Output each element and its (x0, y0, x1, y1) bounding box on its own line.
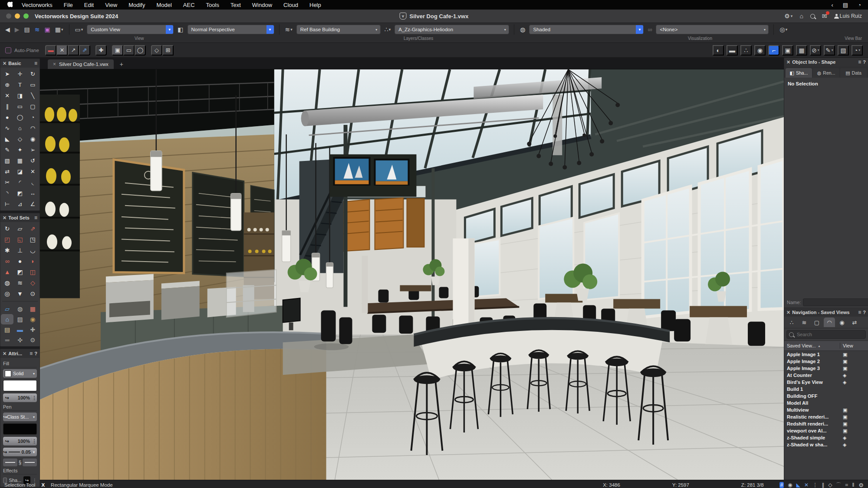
tool-button[interactable]: ↻ (26, 69, 39, 79)
document-settings-icon[interactable]: ▦▾ (54, 26, 64, 33)
shadow-options-icon[interactable]: ⋮ (33, 478, 37, 483)
settings-gear-menu[interactable]: ⚙▾ (784, 13, 792, 20)
projection-dropdown[interactable]: Normal Perspective▼ (187, 25, 274, 34)
tool-button[interactable]: ◣ (1, 134, 13, 144)
start-marker-dropdown[interactable] (3, 459, 17, 466)
mode-button[interactable]: ✎ (824, 45, 835, 56)
tool-button[interactable]: ◗ (26, 255, 39, 266)
tool-button[interactable]: ⊿ (13, 199, 26, 210)
tool-set-button[interactable]: ⚙ (26, 335, 39, 345)
tool-button[interactable]: ◡ (26, 245, 39, 255)
tool-set-button[interactable]: ▤ (1, 324, 13, 335)
help-icon[interactable]: ? (863, 59, 866, 65)
mode-button[interactable]: ▭ (123, 45, 135, 56)
fill-style-dropdown[interactable]: Solid ▾ (3, 369, 37, 378)
tool-button[interactable]: ✕ (1, 90, 13, 101)
tool-button[interactable]: ◳ (26, 234, 39, 245)
tool-button[interactable]: ∿ (1, 123, 13, 134)
tool-button[interactable]: ▢ (26, 101, 39, 112)
snap-toggle[interactable]: ◣ (796, 482, 800, 488)
tool-set-button[interactable]: ✜ (13, 335, 26, 345)
mode-button[interactable]: ◐ (713, 45, 724, 56)
snap-toggle[interactable]: # (779, 482, 784, 488)
tool-button[interactable]: ↺ (26, 155, 39, 166)
navigation-tab[interactable]: ◉ (836, 318, 848, 327)
tool-button[interactable]: ◪ (13, 166, 26, 177)
menu-item[interactable]: Edit (79, 2, 99, 8)
snap-toggle[interactable]: ◇ (828, 482, 832, 488)
tool-button[interactable]: ∠ (26, 199, 39, 210)
tool-button[interactable]: ◇ (13, 134, 26, 144)
saved-view-row[interactable]: z-Shaded w sha... ◈ (784, 441, 868, 448)
menu-item[interactable]: File (58, 2, 79, 8)
menu-item[interactable]: Cloud (278, 2, 304, 8)
home-icon[interactable]: ⌂ (799, 13, 803, 20)
tool-set-button[interactable]: ⌂ (1, 314, 13, 324)
saved-view-row[interactable]: Apple Image 1 ▣ (784, 351, 868, 358)
snap-toggle[interactable]: ✕ (804, 482, 809, 488)
tool-button[interactable]: ∥ (1, 101, 13, 112)
mode-button[interactable]: ▬ (45, 45, 56, 56)
tool-button[interactable]: ▼ (13, 288, 26, 299)
tool-set-button[interactable]: ▨ (13, 314, 26, 324)
close-window-button[interactable] (6, 13, 11, 19)
tool-set-button[interactable]: ═ (1, 335, 13, 345)
navigation-tab[interactable]: ∴ (786, 318, 797, 327)
tool-set-button[interactable]: ▦ (26, 304, 39, 314)
tool-set-button[interactable]: ▱ (1, 304, 13, 314)
projection-cube-icon[interactable]: ◧ (177, 26, 184, 33)
layers-quick-icon[interactable]: ≋ (34, 26, 41, 33)
tool-set-button[interactable]: ▬ (13, 324, 26, 335)
render-options-icon[interactable]: ◎▾ (779, 26, 788, 33)
saved-view-row[interactable]: Realistic renderi... ▣ (784, 413, 868, 420)
minimize-window-button[interactable] (15, 13, 20, 19)
tool-button[interactable]: ⊢ (1, 199, 13, 210)
tool-button[interactable]: ⊕ (1, 79, 13, 90)
tool-button[interactable]: ◠ (26, 123, 39, 134)
tool-button[interactable]: ✎ (1, 144, 13, 155)
snap-toggle[interactable]: ‖ (852, 482, 854, 488)
column-saved-view[interactable]: Saved View... ▴ (787, 343, 837, 348)
line-weight-control[interactable]: ↪ 0.05 ▾ (3, 448, 37, 456)
saved-view-row[interactable]: At Counter ◈ (784, 372, 868, 379)
tool-button[interactable]: ◔ (26, 112, 39, 123)
tool-button[interactable]: ▧ (1, 155, 13, 166)
mode-button[interactable]: ✕ (56, 45, 68, 56)
link-markers-icon[interactable]: § (19, 459, 22, 465)
menu-item[interactable]: View (99, 2, 123, 8)
tool-set-button[interactable]: ✚ (26, 324, 39, 335)
saved-view-row[interactable]: z-Shaded simple ◈ (784, 434, 868, 441)
tool-button[interactable]: ▭ (13, 101, 26, 112)
palette-menu-icon[interactable]: ≡ (858, 309, 861, 315)
navigation-tab[interactable]: ⇄ (849, 318, 860, 327)
render-teapot-icon[interactable]: ◍ (519, 26, 526, 33)
tool-button[interactable]: ● (13, 255, 26, 266)
tool-button[interactable]: ◝ (1, 188, 13, 199)
tool-button[interactable]: ▱ (13, 223, 26, 234)
tool-button[interactable]: ◰ (1, 234, 13, 245)
current-view-icon[interactable]: ▭▾ (74, 26, 84, 33)
tool-button[interactable]: ◫ (26, 266, 39, 277)
object-name-input[interactable] (803, 298, 868, 306)
tool-button[interactable]: ◟ (26, 177, 39, 188)
tool-button[interactable]: ⌂ (13, 123, 26, 134)
snap-toggle[interactable]: ⌒ (836, 481, 841, 488)
menu-item[interactable]: Model (151, 2, 177, 8)
mode-button[interactable]: ⌐ (768, 45, 779, 56)
tool-button[interactable]: ⊙ (26, 288, 39, 299)
mode-button[interactable]: ⊞ (162, 45, 174, 56)
mode-button[interactable]: ∴ (740, 45, 752, 56)
mode-button[interactable]: ▧ (838, 45, 849, 56)
search-icon[interactable] (810, 14, 815, 19)
mode-button[interactable]: ▦ (796, 45, 807, 56)
mode-button[interactable]: ◔ (852, 45, 863, 56)
mode-button[interactable]: ▣ (112, 45, 123, 56)
tool-button[interactable]: ◜ (13, 177, 26, 188)
tool-button[interactable]: ➤ (1, 69, 13, 79)
forward-button[interactable]: ▶ (14, 26, 20, 33)
menu-item[interactable]: Vectorworks (16, 2, 58, 8)
mode-button[interactable]: ↗ (68, 45, 79, 56)
view-dropdown[interactable]: Custom View▼ (87, 25, 174, 34)
tool-button[interactable]: ◉ (26, 134, 39, 144)
help-icon[interactable]: ? (34, 351, 37, 356)
